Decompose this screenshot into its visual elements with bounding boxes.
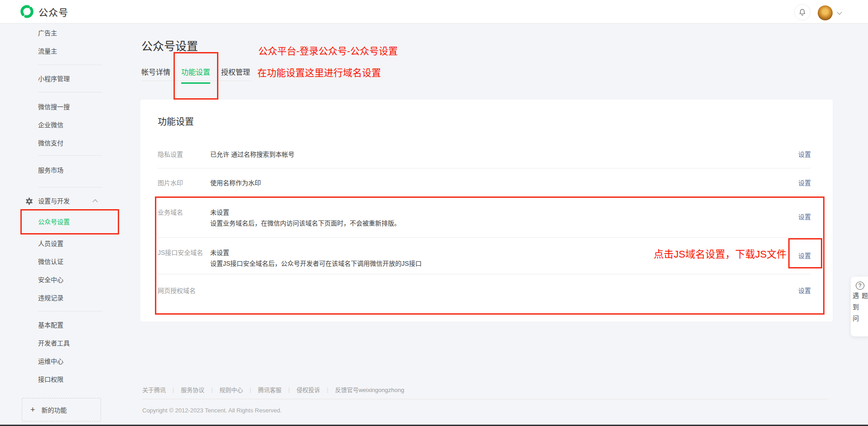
- sidebar-nav: 广告主 流量主 小程序管理 微信搜一搜 企业微信 微信支付 服务市场 设置与开发…: [0, 24, 122, 421]
- settings-rows: 隐私设置 已允许 通过名称搜索到本帐号 设置 图片水印 使用名称作为水印 设置 …: [158, 147, 811, 296]
- function-settings-card: 功能设置 隐私设置 已允许 通过名称搜索到本帐号 设置 图片水印 使用名称作为水…: [140, 100, 833, 321]
- sidebar-item-service-market[interactable]: 服务市场: [0, 161, 122, 179]
- footer-separator: |: [211, 387, 212, 393]
- new-feature-label: 新的功能: [42, 405, 67, 414]
- user-avatar[interactable]: [818, 5, 833, 20]
- sidebar-group-label: 设置与开发: [38, 197, 70, 205]
- footer-link-infringement-complaint[interactable]: 侵权投诉: [297, 385, 320, 394]
- sidebar-item-wechat-pay[interactable]: 微信支付: [0, 134, 122, 152]
- sidebar-item-advertiser[interactable]: 广告主: [0, 24, 122, 42]
- footer-link-service-agreement[interactable]: 服务协议: [181, 385, 204, 394]
- footer-separator: |: [173, 387, 174, 393]
- question-mark-icon: ?: [856, 282, 864, 290]
- annotation-note-tab: 在功能设置这里进行域名设置: [257, 65, 381, 79]
- account-menu-chevron-down-icon[interactable]: [837, 10, 842, 14]
- sidebar-item-wecom[interactable]: 企业微信: [0, 116, 122, 134]
- sidebar-item-security-center[interactable]: 安全中心: [0, 271, 122, 289]
- row-js-safe-domain: JS接口安全域名 未设置 设置JS接口安全域名后，公众号开发者可在该域名下调用微…: [158, 238, 811, 274]
- sidebar-divider: [38, 311, 102, 311]
- footer-separator: |: [250, 387, 251, 393]
- row-label: 图片水印: [158, 177, 210, 188]
- sidebar-item-traffic[interactable]: 流量主: [0, 42, 122, 60]
- chevron-up-icon: [92, 199, 97, 204]
- row-label: 业务域名: [158, 207, 210, 229]
- row-description: 设置JS接口安全域名后，公众号开发者可在该域名下调用微信开放的JS接口: [210, 258, 770, 269]
- sidebar-item-violation-records[interactable]: 违规记录: [0, 289, 122, 307]
- row-value: 已允许 通过名称搜索到本帐号: [210, 149, 770, 160]
- card-heading: 功能设置: [158, 115, 194, 128]
- business-domain-settings-link[interactable]: 设置: [798, 211, 811, 222]
- row-value: 使用名称作为水印: [210, 177, 770, 188]
- row-label: JS接口安全域名: [158, 247, 210, 269]
- logo[interactable]: 公众号: [20, 5, 68, 19]
- official-account-logo-icon: [20, 5, 34, 19]
- sidebar-group-settings-dev[interactable]: 设置与开发: [0, 192, 122, 210]
- top-header: 公众号: [0, 0, 868, 24]
- row-image-watermark: 图片水印 使用名称作为水印 设置: [158, 168, 811, 197]
- sidebar-item-wechat-search[interactable]: 微信搜一搜: [0, 98, 122, 116]
- sidebar-item-staff-settings[interactable]: 人员设置: [0, 235, 122, 253]
- watermark-settings-link[interactable]: 设置: [798, 177, 811, 188]
- help-float-button[interactable]: ? 遇到问题: [851, 277, 868, 336]
- row-privacy-settings: 隐私设置 已允许 通过名称搜索到本帐号 设置: [158, 147, 811, 168]
- footer-link-about-tencent[interactable]: 关于腾讯: [142, 385, 166, 394]
- page-title: 公众号设置: [141, 37, 198, 53]
- sidebar-item-api-permissions[interactable]: 接口权限: [0, 370, 122, 388]
- bell-icon: [798, 8, 806, 16]
- footer-divider: [142, 399, 828, 399]
- sidebar-item-basic-config[interactable]: 基本配置: [0, 316, 122, 334]
- footer-link-tencent-support[interactable]: 腾讯客服: [258, 385, 281, 394]
- privacy-settings-link[interactable]: 设置: [798, 149, 811, 160]
- sidebar-item-account-settings[interactable]: 公众号设置: [0, 213, 122, 231]
- footer-separator: |: [288, 387, 289, 393]
- plus-icon: +: [30, 405, 35, 415]
- footer-link-rules-center[interactable]: 规则中心: [219, 385, 243, 394]
- tab-function-settings[interactable]: 功能设置: [181, 66, 210, 84]
- sidebar-divider: [38, 65, 102, 65]
- row-label: 网页授权域名: [158, 285, 210, 296]
- annotation-note-path: 公众平台-登录公众号-公众号设置: [258, 43, 398, 57]
- footer-separator: |: [327, 387, 328, 393]
- row-value: 未设置: [210, 207, 770, 218]
- sidebar-item-miniprogram[interactable]: 小程序管理: [0, 70, 122, 88]
- sidebar-divider: [38, 187, 102, 187]
- notification-bell-button[interactable]: [794, 4, 810, 20]
- sidebar-divider: [38, 92, 102, 92]
- js-domain-settings-link[interactable]: 设置: [798, 250, 811, 261]
- tab-bar: 帐号详情 功能设置 授权管理: [141, 66, 250, 84]
- footer: 关于腾讯 | 服务协议 | 规则中心 | 腾讯客服 | 侵权投诉 | 反馈官号w…: [142, 385, 404, 394]
- row-business-domain: 业务域名 未设置 设置业务域名后，在微信内访问该域名下页面时，不会被重新排版。 …: [158, 197, 811, 238]
- wechat-official-account-settings-page: 公众号 广告主 流量主 小程序管理 微信搜一搜 企业微信 微信支付 服务市场: [0, 0, 868, 426]
- help-float-label: 遇到问题: [851, 292, 868, 336]
- row-description: 设置业务域名后，在微信内访问该域名下页面时，不会被重新排版。: [210, 218, 770, 229]
- sidebar-item-wechat-verification[interactable]: 微信认证: [0, 253, 122, 271]
- copyright-text: Copyright © 2012-2023 Tencent. All Right…: [142, 407, 282, 414]
- logo-text: 公众号: [39, 5, 68, 19]
- sidebar-divider: [38, 155, 102, 156]
- gear-icon: [25, 197, 33, 205]
- oauth-domain-settings-link[interactable]: 设置: [798, 285, 811, 296]
- sidebar-item-ops-center[interactable]: 运维中心: [0, 352, 122, 370]
- new-feature-button[interactable]: + 新的功能: [22, 398, 101, 421]
- tab-authorization-management[interactable]: 授权管理: [221, 66, 250, 84]
- row-value: 未设置: [210, 247, 770, 258]
- row-label: 隐私设置: [158, 149, 210, 160]
- tab-account-details[interactable]: 帐号详情: [141, 66, 170, 84]
- row-oauth-domain: 网页授权域名 设置: [158, 274, 811, 296]
- footer-link-feedback-account[interactable]: 反馈官号weixingongzhong: [335, 385, 404, 394]
- sidebar-item-developer-tools[interactable]: 开发者工具: [0, 334, 122, 352]
